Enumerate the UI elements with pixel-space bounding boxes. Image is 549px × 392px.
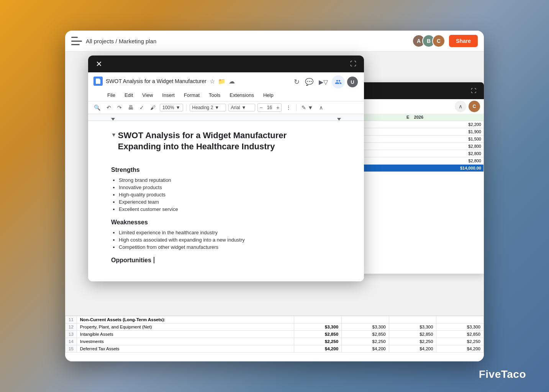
menu-format[interactable]: Format	[182, 91, 201, 99]
sheet-avatar: C	[469, 101, 480, 112]
cell-value: $4,200	[342, 345, 389, 353]
spreadsheet-panel: ⛶ ∧ C E 2026 $2,200 $1,900	[346, 82, 484, 274]
sidebar-toggle[interactable]	[71, 37, 82, 45]
cell-value: $2,800	[346, 143, 484, 150]
redo-btn[interactable]: ↷	[115, 103, 124, 112]
total-cell: $14,000.00	[346, 165, 484, 172]
ruler-left-marker	[111, 118, 115, 121]
list-item: Innovative products	[119, 185, 341, 190]
table-row: $2,200	[346, 121, 484, 128]
menu-insert[interactable]: Insert	[161, 91, 176, 99]
fivetaco-brand: FiveTaco	[479, 368, 526, 381]
gdoc-right-controls: ↻ 💬 ▶▽ U	[294, 75, 359, 88]
font-size-value[interactable]: 16	[265, 104, 274, 111]
breadcrumb-doc[interactable]: Marketing plan	[119, 38, 156, 44]
menu-help[interactable]: Help	[262, 91, 275, 99]
opportunities-section: Opportunities	[111, 257, 341, 264]
menu-file[interactable]: File	[106, 91, 117, 99]
cell-value: $2,250	[389, 338, 436, 345]
cell-value: $3,300	[342, 323, 389, 331]
top-right-actions: A B C Share	[412, 34, 478, 47]
table-row: $1,900	[346, 128, 484, 136]
sheet-up-button[interactable]: ∧	[455, 101, 466, 112]
heading-select[interactable]: Heading 2 ▼	[190, 104, 226, 111]
undo-btn[interactable]: ↶	[105, 103, 113, 112]
zoom-value: 100%	[162, 105, 174, 110]
row-number: 11	[66, 316, 77, 323]
cell-value	[436, 316, 484, 323]
print-btn[interactable]: 🖶	[126, 103, 135, 112]
zoom-select[interactable]: 100% ▼	[160, 104, 183, 111]
video-icon[interactable]: ▶▽	[319, 78, 328, 86]
cloud-icon[interactable]: ☁	[229, 78, 235, 85]
sheet-expand-icon[interactable]: ⛶	[469, 86, 479, 96]
gdoc-header: SWOT Analysis for a Widget Manufacturer …	[88, 72, 364, 101]
gdoc-collab-button[interactable]	[332, 75, 345, 88]
share-button[interactable]: Share	[449, 35, 478, 47]
cell-value: $3,300	[436, 323, 484, 331]
doc-modal-titlebar: ✕ ⛶	[88, 56, 364, 72]
weaknesses-title: Weaknesses	[111, 219, 341, 226]
doc-title-line1: SWOT Analysis for a Widget Manufacturer	[118, 131, 287, 140]
avatar-group: A B C	[412, 34, 445, 47]
menu-view[interactable]: View	[141, 91, 154, 99]
font-size-increase[interactable]: +	[274, 104, 281, 111]
breadcrumb-all[interactable]: All projects	[86, 38, 114, 44]
cell-value: $2,800	[346, 150, 484, 157]
list-item: High costs associated with expanding int…	[119, 237, 341, 243]
pencil-btn[interactable]: ✎ ▼	[300, 103, 315, 112]
close-button[interactable]: ✕	[93, 59, 104, 69]
sheet-col-label: E	[406, 115, 409, 119]
toolbar-separator-2	[296, 104, 297, 111]
ruler-right-marker	[337, 118, 341, 121]
list-item: Experienced team	[119, 199, 341, 205]
gdoc-toolbar: 🔍 ↶ ↷ 🖶 ✓ 🖌 100% ▼ Heading 2 ▼ Arial ▼	[88, 101, 364, 114]
star-icon[interactable]: ☆	[210, 78, 215, 85]
comment-icon[interactable]: 💬	[305, 78, 313, 86]
cell-value: $4,200	[294, 345, 342, 353]
row-label: Deferred Tax Assets	[77, 345, 294, 353]
opportunities-title: Opportunities	[111, 257, 341, 264]
sheet-table-area[interactable]: $2,200 $1,900 $1,500 $2,800 $2,800	[346, 121, 484, 262]
cell-value	[389, 316, 436, 323]
more-options-btn[interactable]: ⋮	[284, 103, 293, 112]
strengths-list: Strong brand reputation Innovative produ…	[119, 177, 341, 212]
gdoc-content[interactable]: ▼ SWOT Analysis for a Widget Manufacture…	[88, 121, 364, 281]
ruler	[88, 114, 364, 121]
sheet-topbar: ⛶	[346, 82, 484, 99]
gdoc-user-avatar[interactable]: U	[346, 76, 359, 88]
gdoc-title-icons: ☆ 📁 ☁	[210, 78, 235, 85]
spellcheck-btn[interactable]: ✓	[138, 103, 146, 112]
menu-edit[interactable]: Edit	[123, 91, 134, 99]
font-value: Arial	[231, 105, 240, 110]
history-icon[interactable]: ↻	[294, 78, 300, 86]
list-item: Limited experience in the healthcare ind…	[119, 230, 341, 235]
folder-icon[interactable]: 📁	[218, 78, 226, 85]
menu-tools[interactable]: Tools	[207, 91, 222, 99]
cell-value: $2,250	[294, 338, 342, 345]
row-number: 14	[66, 338, 77, 345]
row-label: Intangible Assets	[77, 331, 294, 338]
heading-value: Heading 2	[192, 105, 213, 110]
bottom-sheet: 11 Non-Current Assets (Long-Term Assets)…	[65, 315, 484, 361]
list-item: Excellent customer service	[119, 206, 341, 212]
menu-extensions[interactable]: Extensions	[228, 91, 256, 99]
collapse-chevron[interactable]: ▼	[111, 132, 116, 138]
cell-value: $2,850	[294, 331, 342, 338]
browser-frame: All projects / Marketing plan A B C Shar…	[65, 31, 484, 361]
cell-value: $1,900	[346, 128, 484, 136]
collapse-btn[interactable]: ∧	[317, 103, 325, 112]
doc-modal: ✕ ⛶ SWOT Analysis for a Widget Manufactu…	[88, 56, 364, 281]
font-size-decrease[interactable]: −	[258, 104, 265, 111]
search-toolbar-btn[interactable]: 🔍	[92, 103, 102, 112]
font-select[interactable]: Arial ▼	[228, 104, 255, 111]
modal-expand-button[interactable]: ⛶	[348, 59, 359, 69]
cell-value: $2,850	[389, 331, 436, 338]
cell-value: $4,200	[389, 345, 436, 353]
paint-format-btn[interactable]: 🖌	[148, 103, 157, 112]
breadcrumb-sep: /	[116, 38, 119, 44]
cell-value: $2,250	[342, 338, 389, 345]
cell-value: $2,800	[346, 157, 484, 165]
cell-value: $2,250	[436, 338, 484, 345]
doc-title-line2: Expanding into the Healthcare Industry	[118, 142, 275, 151]
